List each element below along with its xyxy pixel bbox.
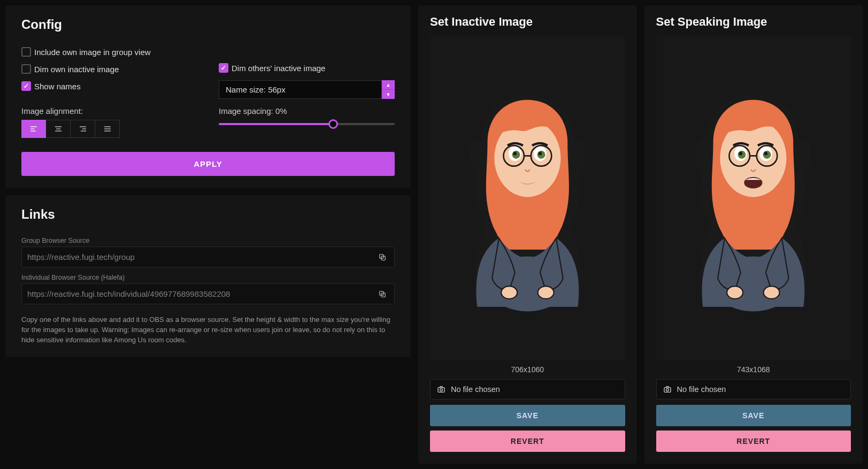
copy-individual-button[interactable]	[375, 287, 390, 302]
alignment-group	[21, 120, 197, 138]
align-center-icon	[54, 125, 63, 133]
camera-icon	[437, 385, 445, 394]
align-left-button[interactable]	[21, 120, 46, 138]
spacing-slider-thumb[interactable]	[328, 119, 338, 129]
svg-point-43	[727, 286, 743, 299]
inactive-file-input[interactable]: No file chosen	[430, 379, 625, 399]
include-own-label: Include own image in group view	[34, 48, 151, 57]
links-panel: Links Group Browser Source Individual Br…	[5, 195, 411, 357]
show-names-label: Show names	[34, 82, 81, 91]
speaking-avatar	[667, 78, 839, 318]
svg-point-27	[501, 286, 517, 299]
individual-source-label: Individual Browser Source (Halefa)	[21, 274, 395, 281]
align-left-icon	[29, 125, 38, 133]
speaking-revert-button[interactable]: REVERT	[656, 430, 851, 452]
group-source-label: Group Browser Source	[21, 237, 395, 244]
spacing-label: Image spacing: 0%	[219, 106, 395, 116]
individual-source-input[interactable]	[22, 284, 375, 304]
name-size-down[interactable]: ▼	[382, 90, 395, 99]
speaking-preview	[656, 36, 851, 360]
speaking-save-button[interactable]: SAVE	[656, 405, 851, 426]
links-title: Links	[21, 207, 395, 222]
inactive-title: Set Inactive Image	[430, 15, 625, 29]
svg-point-23	[539, 152, 542, 155]
inactive-preview	[430, 36, 625, 360]
dim-others-label: Dim others' inactive image	[232, 64, 325, 73]
show-names-checkbox[interactable]	[21, 81, 31, 91]
dim-own-label: Dim own inactive image	[34, 65, 119, 74]
align-right-icon	[79, 125, 87, 133]
copy-group-button[interactable]	[375, 250, 390, 265]
align-justify-button[interactable]	[95, 120, 120, 138]
include-own-checkbox[interactable]	[21, 47, 31, 57]
align-center-button[interactable]	[46, 120, 71, 138]
camera-icon	[663, 385, 672, 394]
name-size-value[interactable]: Name size: 56px	[219, 80, 382, 99]
inactive-dimensions: 706x1060	[430, 365, 625, 374]
svg-point-44	[764, 286, 780, 299]
speaking-dimensions: 743x1068	[656, 365, 851, 374]
apply-button[interactable]: APPLY	[21, 152, 395, 176]
speaking-file-label: No file chosen	[677, 385, 726, 394]
svg-point-38	[764, 152, 767, 155]
group-source-input[interactable]	[22, 247, 375, 267]
inactive-image-panel: Set Inactive Image	[418, 5, 637, 464]
inactive-save-button[interactable]: SAVE	[430, 405, 625, 426]
svg-point-30	[440, 389, 443, 391]
spacing-slider[interactable]	[219, 123, 395, 125]
speaking-image-panel: Set Speaking Image	[644, 5, 863, 464]
inactive-revert-button[interactable]: REVERT	[430, 430, 625, 452]
svg-point-28	[537, 286, 554, 299]
svg-point-46	[666, 389, 669, 391]
dim-own-checkbox[interactable]	[21, 64, 31, 74]
speaking-file-input[interactable]: No file chosen	[656, 379, 851, 399]
dim-others-checkbox[interactable]	[219, 63, 228, 73]
align-justify-icon	[103, 125, 112, 133]
inactive-file-label: No file chosen	[451, 385, 500, 394]
config-title: Config	[21, 17, 395, 32]
config-panel: Config Include own image in group view D…	[5, 5, 411, 188]
align-right-button[interactable]	[71, 120, 95, 138]
speaking-title: Set Speaking Image	[656, 15, 851, 29]
links-help-text: Copy one of the links above and add it t…	[21, 315, 395, 345]
svg-point-37	[739, 152, 742, 155]
name-size-stepper: Name size: 56px ▲ ▼	[219, 80, 395, 99]
svg-point-22	[513, 152, 517, 155]
alignment-label: Image alignment:	[21, 106, 197, 116]
copy-icon	[378, 253, 387, 262]
name-size-up[interactable]: ▲	[382, 80, 395, 90]
inactive-avatar	[442, 78, 613, 318]
svg-rect-29	[438, 388, 444, 393]
copy-icon	[378, 290, 387, 298]
svg-rect-45	[664, 388, 671, 393]
